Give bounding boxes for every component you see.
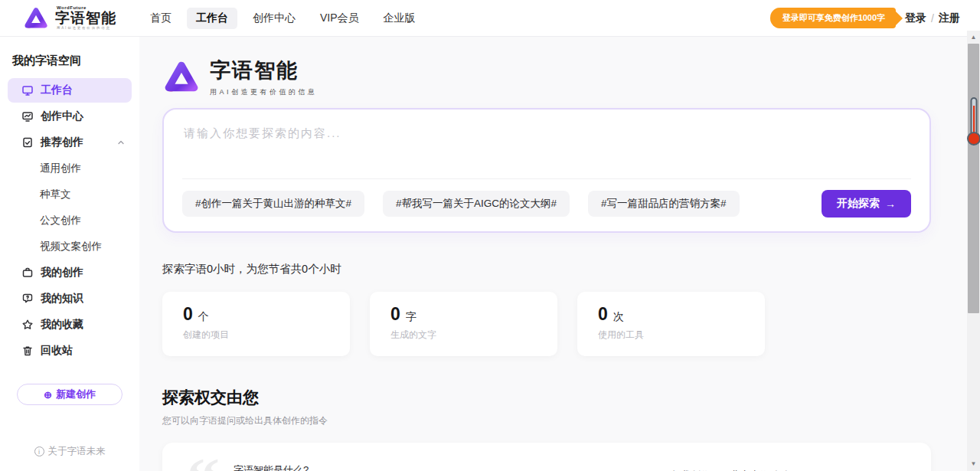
stat-card-words: 0 字 生成的文字 (370, 292, 557, 356)
scrollbar-up-arrow[interactable]: ▲ (967, 31, 980, 43)
login-promo-badge[interactable]: 登录即可享免费创作1000字 (770, 8, 896, 28)
sidebar-item-label: 推荐创作 (41, 136, 83, 149)
stat-label: 生成的文字 (390, 329, 537, 342)
stat-label: 创建的项目 (183, 329, 329, 342)
brand-tagline-small: 用AI创造更有价值的信息 (57, 27, 116, 31)
info-icon: i (34, 446, 44, 456)
sidebar-subitem-video[interactable]: 视频文案创作 (0, 234, 139, 260)
section-title: 探索权交由您 (162, 387, 980, 408)
example-question-left[interactable]: 字语智能是什么? (234, 463, 309, 471)
main-brand-tagline: 用AI创造更有价值的信息 (210, 87, 318, 97)
trash-icon (21, 345, 34, 357)
scrollbar-down-arrow[interactable]: ▼ (967, 457, 980, 469)
start-explore-label: 开始探索 (837, 197, 880, 211)
sidebar-subitem-grass[interactable]: 种草文 (0, 182, 139, 208)
register-link[interactable]: 注册 (939, 11, 960, 25)
document-check-icon (21, 136, 34, 149)
nav-workbench[interactable]: 工作台 (187, 8, 237, 29)
sidebar-item-recommended[interactable]: 推荐创作 (8, 130, 132, 155)
new-creation-button[interactable]: ⊕ 新建创作 (17, 384, 122, 405)
start-explore-button[interactable]: 开始探索 → (822, 190, 911, 218)
plus-circle-icon: ⊕ (44, 389, 52, 401)
sidebar-item-label: 创作中心 (41, 110, 83, 123)
sidebar-item-label: 我的创作 (41, 266, 83, 280)
search-input[interactable] (164, 110, 929, 175)
search-panel: #创作一篇关于黄山出游的种草文# #帮我写一篇关于AIGC的论文大纲# #写一篇… (162, 108, 931, 233)
stat-cards-row: 0 个 创建的项目 0 字 生成的文字 0 次 使用的工具 (162, 292, 980, 356)
about-link[interactable]: i 关于字语未来 (0, 445, 139, 458)
nav-vip[interactable]: VIP会员 (311, 8, 368, 29)
suggestion-chips-row: #创作一篇关于黄山出游的种草文# #帮我写一篇关于AIGC的论文大纲# #写一篇… (182, 178, 911, 231)
monitor-icon (21, 84, 34, 96)
stats-summary-line: 探索字语0小时，为您节省共0个小时 (162, 262, 980, 276)
nav-creation-center[interactable]: 创作中心 (243, 8, 305, 29)
stat-unit: 字 (406, 310, 416, 324)
stat-card-projects: 0 个 创建的项目 (162, 292, 350, 356)
main-brand: 字语智能 用AI创造更有价值的信息 (162, 57, 980, 97)
sidebar-item-my-knowledge[interactable]: 我的知识 (8, 286, 132, 311)
sidebar-item-favorites[interactable]: 我的收藏 (8, 312, 132, 337)
chevron-up-icon[interactable] (116, 138, 126, 147)
brand-name: 字语智能 (55, 11, 116, 25)
logo-triangle-icon (23, 5, 49, 31)
sidebar-section-title: 我的字语空间 (12, 54, 139, 68)
stat-value: 0 (598, 304, 608, 325)
monitor-chart-icon (21, 110, 34, 123)
header-logo[interactable]: WordFuture 字语智能 用AI创造更有价值的信息 (23, 5, 116, 31)
nav-home[interactable]: 首页 (141, 8, 181, 29)
thermometer-extension-icon[interactable] (967, 96, 980, 147)
example-questions-card: “ 字语智能是什么? 嘿，帮我创作一篇北京出游攻略 (162, 443, 931, 471)
sidebar-item-label: 我的收藏 (41, 318, 83, 332)
stat-value: 0 (390, 304, 400, 325)
arrow-right-icon: → (885, 198, 896, 210)
question-bubble-icon (21, 293, 34, 305)
sidebar-item-recycle-bin[interactable]: 回收站 (8, 339, 132, 363)
page-scrollbar[interactable]: ▲ ▼ (967, 31, 980, 471)
sidebar-subitem-official[interactable]: 公文创作 (0, 208, 139, 234)
quote-icon: “ (187, 449, 220, 471)
login-link[interactable]: 登录 (905, 11, 926, 25)
stat-value: 0 (183, 304, 193, 325)
suggestion-chip[interactable]: #创作一篇关于黄山出游的种草文# (182, 191, 364, 217)
top-nav: 首页 工作台 创作中心 VIP会员 企业版 (141, 8, 425, 29)
stat-unit: 次 (613, 310, 624, 324)
explore-section-head: 探索权交由您 您可以向字语提问或给出具体创作的指令 (162, 387, 980, 427)
top-header: WordFuture 字语智能 用AI创造更有价值的信息 首页 工作台 创作中心… (0, 0, 980, 37)
sidebar-item-label: 工作台 (41, 83, 73, 97)
auth-links: 登录 / 注册 (905, 11, 960, 25)
auth-separator: / (931, 12, 934, 25)
sidebar-item-workbench[interactable]: 工作台 (8, 78, 132, 103)
scrollbar-thumb[interactable] (968, 44, 979, 313)
suggestion-chip[interactable]: #写一篇甜品店的营销方案# (588, 191, 740, 217)
stat-unit: 个 (198, 310, 209, 324)
logo-triangle-icon (162, 58, 201, 96)
main-content: 字语智能 用AI创造更有价值的信息 #创作一篇关于黄山出游的种草文# #帮我写一… (139, 37, 980, 471)
new-creation-label: 新建创作 (56, 388, 96, 401)
suggestion-chip[interactable]: #帮我写一篇关于AIGC的论文大纲# (383, 191, 570, 217)
sidebar-item-my-creations[interactable]: 我的创作 (8, 260, 132, 285)
about-label: 关于字语未来 (48, 445, 106, 458)
sidebar-item-label: 我的知识 (41, 292, 83, 306)
section-subtitle: 您可以向字语提问或给出具体创作的指令 (162, 414, 980, 427)
stat-label: 使用的工具 (598, 329, 744, 342)
sidebar-item-creation-center[interactable]: 创作中心 (8, 104, 132, 129)
briefcase-icon (21, 267, 34, 279)
star-icon (21, 319, 34, 331)
sidebar-subitem-general[interactable]: 通用创作 (0, 155, 139, 182)
sidebar: 我的字语空间 工作台 创作中心 推荐创作 通用创作 种草文 公文创作 视频文案创 (0, 37, 139, 471)
main-brand-title: 字语智能 (210, 57, 318, 84)
stat-card-tools: 0 次 使用的工具 (577, 292, 765, 356)
nav-enterprise[interactable]: 企业版 (374, 8, 425, 29)
sidebar-item-label: 回收站 (41, 344, 73, 358)
